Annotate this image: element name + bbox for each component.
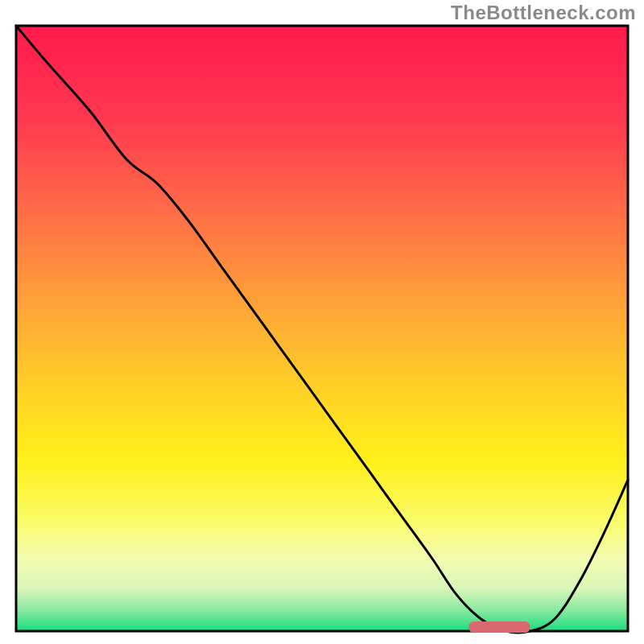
plot-background: [16, 26, 628, 631]
watermark-text: TheBottleneck.com: [451, 2, 636, 24]
optimum-marker: [469, 621, 530, 633]
bottleneck-chart: [0, 0, 644, 644]
chart-container: TheBottleneck.com: [0, 0, 644, 644]
